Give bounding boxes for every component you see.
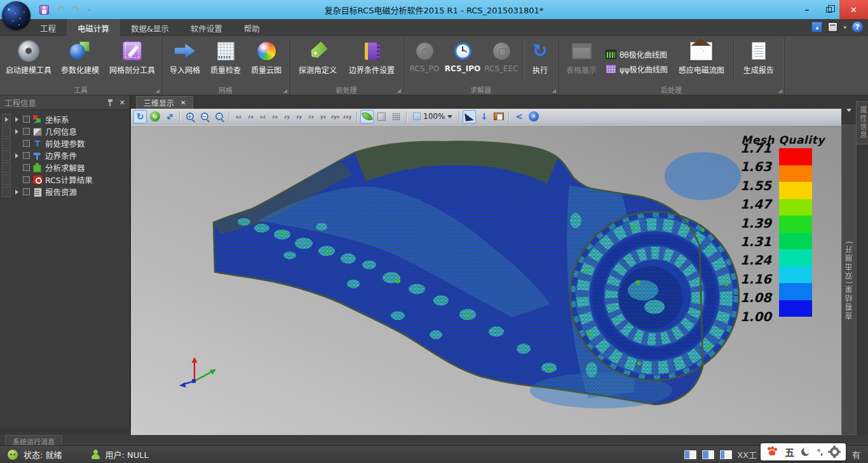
close-panel-icon[interactable]: ✕ — [119, 99, 125, 107]
theta-polarization-curve-button[interactable]: θθ极化曲线图 — [606, 49, 668, 59]
ime-toolbar[interactable]: 五 °, — [761, 443, 846, 460]
app-logo-icon[interactable] — [2, 1, 31, 30]
close-tab-icon[interactable]: ✕ — [180, 99, 186, 106]
expander-icon[interactable] — [15, 153, 18, 158]
tree-gutter-cell[interactable] — [2, 162, 11, 173]
view-preset-button[interactable]: zx — [269, 110, 281, 123]
tree-item-geometry-info[interactable]: 几何信息 — [0, 125, 130, 137]
group-expand-icon[interactable] — [156, 89, 159, 93]
panel-dropdown-icon[interactable] — [846, 109, 851, 112]
checkbox[interactable] — [23, 188, 30, 195]
tree-item-preprocess-params[interactable]: T 前处理参数 — [0, 137, 130, 149]
expander-icon[interactable] — [5, 117, 8, 122]
tab-help[interactable]: 帮助 — [233, 19, 271, 36]
share-button[interactable]: < — [512, 110, 526, 123]
checkbox[interactable] — [23, 128, 30, 135]
render-canvas[interactable]: Mesh Quality 1.711.631.551.471.391.311.2… — [131, 125, 841, 435]
clip-view-button[interactable] — [463, 110, 476, 123]
tree-gutter-cell[interactable] — [2, 138, 11, 149]
tree-gutter-cell[interactable] — [2, 174, 11, 185]
expander-icon[interactable] — [15, 129, 18, 134]
quality-check-button[interactable]: 质量检查 — [205, 38, 246, 85]
help-icon[interactable]: ? — [852, 22, 863, 32]
tab-3d-display[interactable]: 三维显示 ✕ — [136, 96, 193, 109]
zoom-in-button[interactable]: + — [183, 110, 196, 123]
detection-angle-define-button[interactable]: 探测角定义 — [292, 38, 343, 85]
execute-button[interactable]: ↻ 执行 — [525, 38, 555, 85]
window-style-icon[interactable] — [828, 22, 837, 32]
checkbox[interactable] — [23, 176, 30, 183]
mesh-partition-tools-button[interactable]: 网格剖分工具 — [105, 38, 159, 85]
group-expand-icon[interactable] — [552, 89, 556, 93]
view-preset-button[interactable]: xz — [257, 110, 269, 123]
view-results-collapsed-tab[interactable]: 查看结果(双击展开) — [841, 125, 857, 435]
tree-gutter-cell[interactable] — [2, 114, 11, 125]
boundary-condition-settings-button[interactable]: 边界条件设置 — [343, 38, 400, 85]
layout-right-panel-icon[interactable] — [719, 450, 733, 460]
view-preset-button[interactable]: yx — [317, 110, 329, 123]
view-preset-button[interactable]: zyx — [329, 110, 341, 123]
rcs-ipo-button[interactable]: RCS_IPO — [443, 38, 482, 85]
expander-icon[interactable] — [15, 190, 18, 195]
view-preset-button[interactable]: zy — [281, 110, 293, 123]
layout-left-panel-icon[interactable] — [684, 450, 697, 460]
mesh-model[interactable] — [131, 125, 841, 435]
style-dropdown-icon[interactable]: ▾ — [843, 24, 846, 31]
ime-settings-gear-icon[interactable] — [830, 447, 839, 457]
view-preset-button[interactable]: xz — [233, 110, 245, 123]
quality-cloud-map-button[interactable]: 质量云图 — [246, 38, 287, 85]
layout-split-panel-icon[interactable] — [702, 450, 715, 460]
expander-icon[interactable] — [15, 117, 18, 122]
launch-modeling-tools-button[interactable]: 启动建模工具 — [3, 38, 55, 85]
parametric-modeling-button[interactable]: 参数化建模 — [55, 38, 105, 85]
restore-button[interactable] — [818, 0, 839, 19]
view-preset-button[interactable]: zx — [245, 110, 257, 123]
properties-collapsed-tab[interactable]: 属性信息 — [856, 101, 868, 144]
view-preset-button[interactable]: zxy — [341, 110, 353, 123]
clear-scene-button[interactable]: ✕ — [527, 110, 540, 123]
tab-data-display[interactable]: 数据&显示 — [120, 19, 180, 36]
chevron-down-icon[interactable] — [447, 115, 452, 118]
tree-item-solver[interactable]: 分析求解器 — [0, 162, 130, 174]
tab-software-settings[interactable]: 软件设置 — [180, 19, 233, 36]
ime-moon-icon[interactable] — [801, 448, 810, 456]
pan-zoom-button[interactable]: ↔ — [163, 110, 176, 123]
flat-shade-button[interactable] — [375, 110, 388, 123]
tree-item-coordinate-system[interactable]: 坐标系 — [0, 113, 130, 125]
checkbox[interactable] — [23, 164, 30, 171]
system-message-tab[interactable]: 系统运行消息 — [5, 435, 62, 445]
zoom-out-button[interactable]: − — [198, 110, 211, 123]
tree-item-rcs-result[interactable]: RCS计算结果 — [0, 174, 130, 186]
generate-report-button[interactable]: 生成报告 — [736, 38, 782, 85]
pin-icon[interactable] — [107, 99, 113, 106]
collapse-ribbon-icon[interactable]: ▴ — [811, 22, 822, 32]
tree-gutter-cell[interactable] — [2, 126, 11, 137]
table-display-button[interactable]: 表格展示 — [561, 38, 602, 85]
snapshot-button[interactable] — [492, 110, 505, 123]
group-expand-icon[interactable] — [778, 89, 782, 93]
group-expand-icon[interactable] — [397, 89, 401, 93]
group-expand-icon[interactable] — [283, 89, 287, 93]
rcs-po-button[interactable]: RCS_PO — [406, 38, 443, 85]
checkbox[interactable] — [23, 152, 30, 159]
zoom-window-button[interactable]: ▫ — [212, 110, 226, 123]
view-preset-button[interactable]: zy — [293, 110, 305, 123]
rcs-eec-button[interactable]: RCS_EEC — [482, 38, 520, 85]
induced-current-map-button[interactable]: 感应电磁流图 — [672, 38, 731, 85]
checkbox[interactable] — [23, 116, 30, 123]
tree-gutter-cell[interactable] — [2, 186, 11, 197]
wireframe-dots-button[interactable] — [390, 110, 403, 123]
ime-mode-key[interactable]: 五 — [785, 445, 794, 459]
ime-logo-paw-icon[interactable] — [767, 447, 778, 457]
orbit-rotate-button[interactable]: ↻ — [133, 110, 147, 123]
minimize-button[interactable]: – — [796, 0, 818, 19]
tree-item-report-resource[interactable]: 报告资源 — [0, 186, 130, 198]
tab-project[interactable]: 工程 — [29, 19, 67, 36]
tree-gutter-cell[interactable] — [2, 150, 11, 161]
import-mesh-button[interactable]: 导入网格 — [165, 38, 205, 85]
import-view-button[interactable]: ↓ — [477, 110, 491, 123]
tree-item-boundary-condition[interactable]: 边界条件 — [0, 149, 130, 162]
tab-em-computation[interactable]: 电磁计算 — [67, 19, 120, 36]
ime-punctuation-key[interactable]: °, — [817, 447, 822, 457]
zoom-percent-select[interactable]: 100% — [410, 112, 456, 121]
